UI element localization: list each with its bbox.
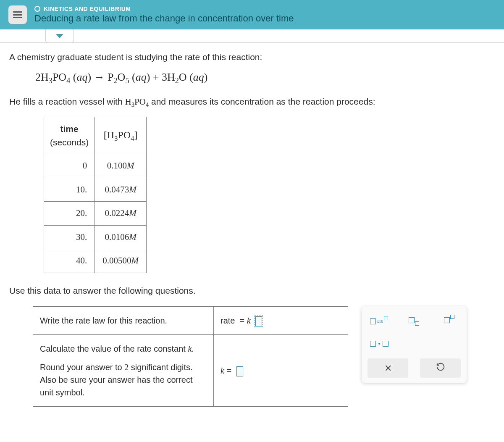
math-toolbox: x10 ✕ — [362, 306, 467, 383]
cell-c: 0.00500M — [95, 249, 147, 273]
app-header: KINETICS AND EQUILIBRIUM Deducing a rate… — [0, 0, 504, 29]
prompt-line-2: He fills a reaction vessel with H3PO4 an… — [9, 95, 495, 109]
answer-2-prefix: k — [220, 366, 224, 375]
prompt-2-chem: H3PO4 — [125, 97, 149, 107]
superscript-button[interactable] — [438, 311, 461, 329]
x-icon: ✕ — [384, 361, 392, 375]
cell-t: 20. — [44, 202, 95, 226]
cell-t: 40. — [44, 249, 95, 273]
table-row: 10.0.0473M — [44, 178, 147, 202]
tabbar — [0, 29, 504, 43]
dot-multiply-button[interactable] — [368, 335, 391, 353]
clear-button[interactable]: ✕ — [368, 358, 408, 378]
circle-icon — [34, 6, 40, 12]
answer-1-prefix: rate = k — [220, 316, 251, 325]
question-2: Calculate the value of the rate constant… — [33, 335, 214, 407]
prompt-2-post: and measures its concentration as the re… — [149, 97, 375, 106]
cell-c: 0.100M — [95, 154, 147, 178]
menu-button[interactable] — [8, 5, 27, 24]
table-row: 20.0.0224M — [44, 202, 147, 226]
data-table: time (seconds) [H3PO4] 00.100M 10.0.0473… — [44, 117, 147, 273]
rate-law-input[interactable] — [255, 316, 262, 326]
col-header-time: time (seconds) — [44, 117, 95, 154]
expand-tab-button[interactable] — [45, 29, 74, 43]
time-header-2: (seconds) — [50, 136, 89, 149]
table-row: 40.0.00500M — [44, 249, 147, 273]
table-row: 00.100M — [44, 154, 147, 178]
hamburger-icon — [13, 11, 22, 18]
content-area: A chemistry graduate student is studying… — [0, 43, 504, 414]
question-1: Write the rate law for this reaction. — [33, 307, 214, 335]
page-title: Deducing a rate law from the change in c… — [34, 13, 294, 24]
cell-t: 0 — [44, 154, 95, 178]
reaction-equation: 2H3PO4 (aq) → P2O5 (aq) + 3H2O (aq) — [35, 69, 495, 87]
cell-c: 0.0106M — [95, 225, 147, 249]
category-label: KINETICS AND EQUILIBRIUM — [44, 5, 131, 12]
scientific-notation-button[interactable]: x10 — [368, 311, 391, 329]
prompt-line-1: A chemistry graduate student is studying… — [9, 50, 495, 64]
answer-1-cell[interactable]: rate = k — [214, 307, 348, 335]
cell-c: 0.0473M — [95, 178, 147, 202]
cell-c: 0.0224M — [95, 202, 147, 226]
chevron-down-icon — [56, 34, 63, 38]
prompt-2-pre: He fills a reaction vessel with — [9, 97, 125, 106]
reset-icon — [436, 362, 445, 374]
breadcrumb: KINETICS AND EQUILIBRIUM Deducing a rate… — [34, 5, 294, 24]
cell-t: 10. — [44, 178, 95, 202]
table-row: 30.0.0106M — [44, 225, 147, 249]
answer-2-cell[interactable]: k = — [214, 335, 348, 407]
use-data-prompt: Use this data to answer the following qu… — [9, 284, 495, 297]
answer-table: Write the rate law for this reaction. ra… — [33, 306, 348, 407]
col-header-conc: [H3PO4] — [95, 117, 147, 154]
time-header-1: time — [50, 122, 89, 136]
rate-constant-input[interactable] — [236, 366, 243, 376]
subscript-button[interactable] — [402, 311, 425, 329]
reset-button[interactable] — [420, 358, 461, 378]
cell-t: 30. — [44, 225, 95, 249]
